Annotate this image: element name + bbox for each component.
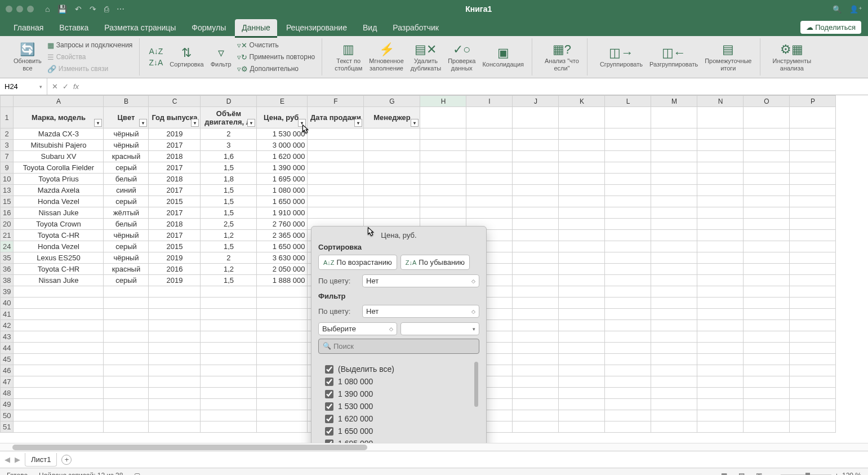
horizontal-scrollbar[interactable] bbox=[0, 443, 868, 451]
cell[interactable] bbox=[513, 185, 559, 196]
cell[interactable] bbox=[605, 365, 651, 376]
cell[interactable] bbox=[201, 320, 257, 331]
cell[interactable] bbox=[744, 354, 790, 365]
cell[interactable]: 1,5 bbox=[201, 185, 257, 196]
cell[interactable] bbox=[605, 219, 651, 230]
cell[interactable] bbox=[513, 286, 559, 298]
cell[interactable] bbox=[697, 410, 744, 421]
cell[interactable] bbox=[201, 376, 257, 388]
cell[interactable] bbox=[651, 140, 697, 151]
cell[interactable] bbox=[559, 185, 605, 196]
filter-arrow-icon[interactable]: ▾ bbox=[411, 119, 419, 127]
cell[interactable] bbox=[790, 185, 836, 196]
cell[interactable] bbox=[104, 399, 149, 410]
sort-asc-icon[interactable]: A↓Z bbox=[149, 47, 163, 56]
cell[interactable] bbox=[149, 309, 201, 320]
cell[interactable] bbox=[744, 207, 790, 219]
refresh-all-button[interactable]: 🔄Обновить все bbox=[10, 41, 45, 73]
filter-value-item[interactable]: 1 695 000 bbox=[321, 437, 477, 443]
cell[interactable] bbox=[257, 410, 308, 421]
cell[interactable]: чёрный bbox=[104, 252, 149, 264]
cell[interactable]: красный bbox=[104, 264, 149, 275]
cell[interactable]: Lexus ES250 bbox=[14, 252, 104, 264]
cell[interactable] bbox=[14, 410, 104, 421]
cell[interactable] bbox=[559, 128, 605, 140]
cell[interactable]: 2017 bbox=[149, 230, 201, 241]
cell[interactable]: серый bbox=[104, 162, 149, 174]
cell[interactable] bbox=[605, 286, 651, 298]
view-layout-icon[interactable]: ▤ bbox=[738, 472, 745, 475]
cell[interactable] bbox=[605, 275, 651, 286]
cell[interactable] bbox=[651, 230, 697, 241]
tab-developer[interactable]: Разработчик bbox=[386, 19, 446, 36]
cell[interactable]: 1 530 000 bbox=[257, 128, 308, 140]
cell[interactable]: 2 050 000 bbox=[257, 264, 308, 275]
cell[interactable]: 2019 bbox=[149, 275, 201, 286]
sort-desc-icon[interactable]: Z↓A bbox=[149, 58, 163, 67]
scrollbar-thumb[interactable] bbox=[12, 445, 367, 450]
search-icon[interactable]: 🔍 bbox=[833, 5, 842, 14]
col-F[interactable]: F bbox=[308, 96, 364, 107]
cell[interactable]: 2017 bbox=[149, 207, 201, 219]
cell[interactable] bbox=[744, 162, 790, 174]
cell[interactable]: 1 620 000 bbox=[257, 151, 308, 162]
cell[interactable] bbox=[559, 298, 605, 309]
cell[interactable] bbox=[364, 128, 420, 140]
cell[interactable] bbox=[104, 376, 149, 388]
cell[interactable] bbox=[559, 388, 605, 399]
cell[interactable] bbox=[201, 309, 257, 320]
cell[interactable] bbox=[201, 298, 257, 309]
cell[interactable] bbox=[790, 162, 836, 174]
cell[interactable]: 2,5 bbox=[201, 219, 257, 230]
cell[interactable] bbox=[605, 241, 651, 252]
cell[interactable] bbox=[559, 365, 605, 376]
cell[interactable] bbox=[201, 421, 257, 433]
cell[interactable] bbox=[744, 185, 790, 196]
cell[interactable] bbox=[420, 162, 466, 174]
cell[interactable] bbox=[104, 354, 149, 365]
cell[interactable] bbox=[697, 151, 744, 162]
cell[interactable] bbox=[420, 174, 466, 185]
cell[interactable]: 2018 bbox=[149, 174, 201, 185]
cell[interactable] bbox=[697, 207, 744, 219]
flash-fill-button[interactable]: ⚡Мгновенное заполнение bbox=[366, 41, 407, 73]
cell[interactable] bbox=[790, 410, 836, 421]
cell[interactable] bbox=[559, 320, 605, 331]
cell[interactable] bbox=[697, 320, 744, 331]
row-head[interactable]: 41 bbox=[1, 309, 14, 320]
cell[interactable] bbox=[559, 151, 605, 162]
cell[interactable] bbox=[651, 365, 697, 376]
cell[interactable]: серый bbox=[104, 241, 149, 252]
filter-checkbox[interactable] bbox=[325, 378, 333, 386]
cell[interactable] bbox=[149, 376, 201, 388]
cell[interactable] bbox=[14, 421, 104, 433]
cell[interactable]: серый bbox=[104, 196, 149, 207]
filter-search-input[interactable] bbox=[318, 339, 479, 354]
cell[interactable] bbox=[513, 275, 559, 286]
row-head[interactable]: 16 bbox=[1, 207, 14, 219]
cell[interactable] bbox=[651, 128, 697, 140]
cell[interactable] bbox=[697, 399, 744, 410]
cell[interactable] bbox=[605, 309, 651, 320]
col-L[interactable]: L bbox=[605, 96, 651, 107]
cell[interactable] bbox=[790, 421, 836, 433]
row-head[interactable]: 2 bbox=[1, 128, 14, 140]
cell[interactable] bbox=[790, 230, 836, 241]
cell[interactable] bbox=[559, 252, 605, 264]
cell[interactable] bbox=[513, 241, 559, 252]
cell[interactable] bbox=[559, 286, 605, 298]
filter-values-list[interactable]: (Выделить все)1 080 0001 390 0001 530 00… bbox=[318, 358, 479, 443]
cell[interactable] bbox=[790, 286, 836, 298]
row-head[interactable]: 20 bbox=[1, 219, 14, 230]
cell[interactable] bbox=[420, 185, 466, 196]
cell[interactable] bbox=[149, 320, 201, 331]
cell[interactable] bbox=[149, 331, 201, 343]
cell[interactable]: Mazda Axela bbox=[14, 185, 104, 196]
cell[interactable] bbox=[744, 365, 790, 376]
cell[interactable] bbox=[790, 252, 836, 264]
col-M[interactable]: M bbox=[651, 96, 697, 107]
cell[interactable] bbox=[513, 207, 559, 219]
cell[interactable]: 2016 bbox=[149, 264, 201, 275]
cell[interactable]: 1,6 bbox=[201, 151, 257, 162]
cell[interactable]: Toyota C-HR bbox=[14, 264, 104, 275]
